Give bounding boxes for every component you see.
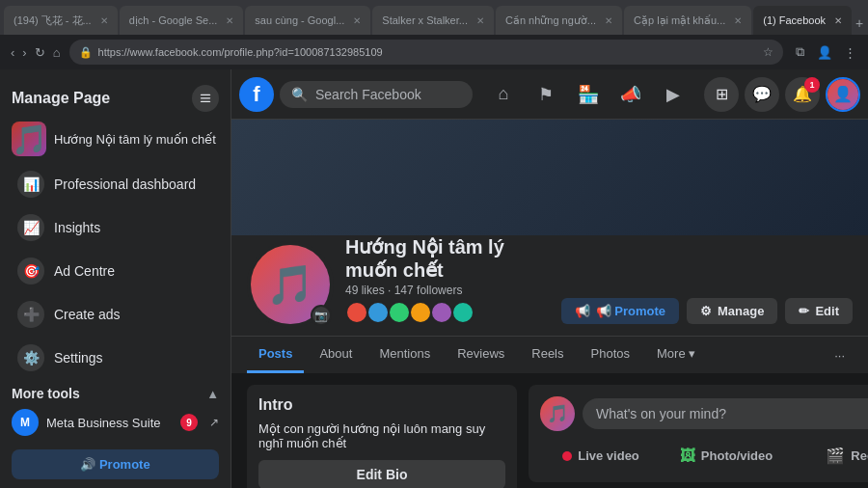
tab-close-icon[interactable]: ✕ [834, 15, 842, 26]
flag-nav-button[interactable]: ⚑ [527, 77, 565, 112]
messenger-button[interactable]: 💬 [745, 77, 779, 112]
follower-avatar-2 [366, 301, 390, 324]
tab-close-icon[interactable]: ✕ [226, 15, 233, 26]
sidebar: Manage Page 🎵 Hướng Nội tâm lý muốn chết… [0, 69, 231, 488]
megaphone-nav-button[interactable]: 📣 [611, 77, 650, 112]
sidebar-item-ad-centre[interactable]: 🎯 Ad Centre [6, 250, 225, 292]
sidebar-avatar-image: 🎵 [12, 122, 46, 156]
promote-button[interactable]: 📢 📢 Promote [561, 298, 679, 324]
sidebar-promote-button[interactable]: 🔊 Promote [12, 449, 219, 479]
sidebar-page-avatar: 🎵 [12, 122, 46, 156]
store-nav-button[interactable]: 🏪 [569, 77, 608, 112]
address-bar[interactable]: 🔒 https://www.facebook.com/profile.php?i… [69, 40, 783, 65]
tab-label: (194) 飞花 - 花... [14, 14, 92, 28]
notifications-button[interactable]: 🔔 1 [785, 77, 820, 112]
follower-avatar-1 [345, 301, 368, 324]
page-tab-photos[interactable]: Photos [580, 337, 641, 373]
profile-stats: 49 likes · 147 followers [345, 284, 550, 297]
page-tab-more[interactable]: More ▾ [645, 337, 707, 373]
avatar-edit-button[interactable]: 📷 [311, 305, 332, 326]
sidebar-page-name: Hướng Nội tâm lý muốn chết [54, 132, 216, 147]
manage-button[interactable]: ⚙ Manage [687, 298, 777, 324]
browser-tab-t7[interactable]: (1) Facebook✕ [753, 6, 852, 35]
extensions-icon[interactable]: ⧉ [789, 41, 810, 63]
tab-label: (1) Facebook [763, 14, 826, 26]
profile-followers [345, 301, 550, 324]
left-column: Intro Một con người hướng nội luôn mang … [247, 385, 517, 488]
tab-close-icon[interactable]: ✕ [100, 15, 108, 26]
browser-tab-t3[interactable]: sau cùng - Googl...✕ [245, 6, 370, 35]
home-nav-button[interactable]: ⌂ [484, 77, 523, 112]
tab-close-icon[interactable]: ✕ [476, 15, 484, 26]
new-tab-button[interactable]: + [855, 12, 863, 35]
notification-badge: 1 [804, 77, 820, 93]
browser-tab-t5[interactable]: Cần những ngườ...✕ [496, 6, 622, 35]
collapse-icon[interactable]: ▲ [206, 387, 219, 401]
tab-close-icon[interactable]: ✕ [734, 15, 742, 26]
profile-actions: 📢 📢 Promote ⚙ Manage ✏ Edit [561, 298, 853, 328]
meta-business-suite-item[interactable]: M Meta Business Suite 9 ↗ [0, 403, 231, 442]
tab-label: sau cùng - Googl... [255, 14, 344, 26]
page-tab-mentions[interactable]: Mentions [367, 337, 442, 373]
url-text: https://www.facebook.com/profile.php?id=… [98, 46, 757, 58]
photo-video-button[interactable]: 🖼 Photo/video [665, 441, 787, 471]
tabs-more-button[interactable]: ··· [827, 340, 853, 370]
edit-button[interactable]: ✏ Edit [785, 298, 853, 324]
user-avatar-button[interactable]: 👤 [826, 77, 860, 112]
sidebar-item-create-ads[interactable]: ➕ Create ads [6, 293, 225, 336]
page-tab-reels[interactable]: Reels [520, 337, 575, 373]
grid-menu-button[interactable]: ⊞ [704, 77, 739, 112]
topnav-right-area: ⊞ 💬 🔔 1 👤 [704, 77, 860, 112]
sidebar-item-insights[interactable]: 📈 Insights [6, 206, 225, 249]
compose-row: 🎵 What's on your mind? [540, 396, 868, 431]
browser-menu-icon[interactable]: ⋮ [839, 41, 860, 63]
back-button[interactable]: ‹ [8, 43, 17, 62]
account-icon[interactable]: 👤 [814, 41, 835, 63]
svg-rect-0 [201, 95, 211, 95]
browser-tab-t6[interactable]: Cặp lại mật khẩu...✕ [624, 6, 751, 35]
page-tab-reviews[interactable]: Reviews [446, 337, 516, 373]
compose-avatar: 🎵 [540, 396, 575, 431]
photo-icon: 🖼 [680, 447, 695, 465]
user-avatar-image: 👤 [827, 79, 858, 110]
top-navigation: f 🔍 Search Facebook ⌂ ⚑ 🏪 📣 ▶ ⊞ 💬 🔔 1 [231, 69, 868, 120]
tab-close-icon[interactable]: ✕ [605, 15, 612, 26]
live-video-button[interactable]: Live video [540, 441, 662, 471]
meta-suite-label: Meta Business Suite [46, 416, 173, 430]
svg-rect-2 [201, 101, 211, 102]
facebook-logo[interactable]: f [239, 77, 274, 112]
ad-centre-icon: 🎯 [17, 258, 44, 285]
search-placeholder: Search Facebook [315, 87, 421, 102]
create-ads-label: Create ads [54, 307, 120, 322]
external-link-icon: ↗ [209, 416, 219, 429]
page-tab-posts[interactable]: Posts [247, 337, 304, 373]
sidebar-item-professional-dashboard[interactable]: 📊 Professional dashboard [6, 163, 225, 205]
star-icon[interactable]: ☆ [763, 45, 773, 59]
compose-input[interactable]: What's on your mind? [583, 398, 868, 429]
tab-label: Cặp lại mật khẩu... [634, 14, 725, 27]
sidebar-page-item[interactable]: 🎵 Hướng Nội tâm lý muốn chết [0, 116, 231, 162]
sidebar-item-settings[interactable]: ⚙️ Settings [6, 337, 225, 379]
create-ads-icon: ➕ [17, 301, 44, 328]
insights-label: Insights [54, 220, 100, 235]
tab-label: Stalker x Stalker... [382, 14, 468, 26]
settings-icon: ⚙️ [17, 344, 44, 371]
forward-button[interactable]: › [19, 43, 29, 62]
home-button[interactable]: ⌂ [50, 43, 64, 62]
reel-button[interactable]: 🎬 Reel [791, 441, 868, 471]
tab-close-icon[interactable]: ✕ [353, 15, 361, 26]
right-column: 🎵 What's on your mind? Live video 🖼 Phot… [529, 385, 868, 488]
browser-tab-t2[interactable]: dịch - Google Se...✕ [120, 6, 244, 35]
sidebar-collapse-button[interactable] [192, 85, 219, 112]
search-box[interactable]: 🔍 Search Facebook [280, 81, 473, 108]
edit-bio-button[interactable]: Edit Bio [258, 460, 505, 488]
follower-avatar-5 [430, 301, 453, 324]
browser-tab-t1[interactable]: (194) 飞花 - 花...✕ [4, 6, 118, 35]
page-tab-about[interactable]: About [308, 337, 364, 373]
main-area: f 🔍 Search Facebook ⌂ ⚑ 🏪 📣 ▶ ⊞ 💬 🔔 1 [231, 69, 868, 488]
browser-tab-t4[interactable]: Stalker x Stalker...✕ [372, 6, 494, 35]
reload-button[interactable]: ↻ [32, 43, 48, 62]
compose-box: 🎵 What's on your mind? Live video 🖼 Phot… [529, 385, 868, 482]
lock-icon: 🔒 [79, 46, 93, 59]
video-nav-button[interactable]: ▶ [654, 77, 692, 112]
